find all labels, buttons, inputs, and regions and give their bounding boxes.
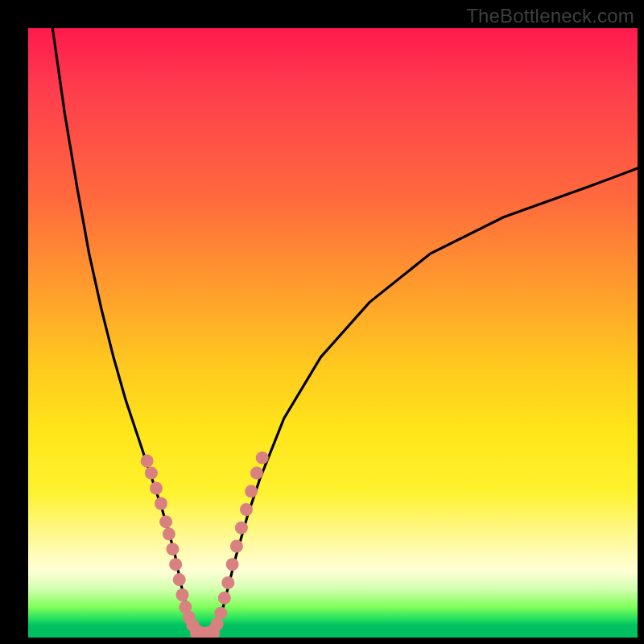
data-dot (218, 592, 231, 605)
data-dot (159, 515, 172, 528)
data-dot (163, 527, 175, 540)
data-dot (235, 522, 248, 535)
data-dot (230, 540, 243, 553)
curve-right-branch (211, 168, 638, 634)
data-dot (155, 497, 167, 510)
curve-left-branch (52, 28, 199, 634)
data-dot (150, 482, 163, 495)
plot-area (28, 28, 638, 638)
data-dot (211, 617, 224, 630)
data-dot (240, 503, 253, 516)
data-dot (141, 455, 154, 468)
data-dot (250, 467, 263, 480)
data-dot (166, 543, 179, 555)
curve-layer (28, 28, 638, 638)
chart-frame: TheBottleneck.com (0, 0, 644, 644)
data-dot (221, 576, 234, 589)
watermark-text: TheBottleneck.com (466, 5, 634, 27)
data-dot (169, 558, 182, 571)
data-dot (145, 467, 158, 480)
data-dot (214, 607, 227, 620)
data-dots (141, 452, 269, 638)
bottleneck-curves (52, 28, 638, 635)
data-dot (245, 485, 258, 497)
data-dot (226, 558, 239, 571)
data-dot (173, 573, 186, 586)
data-dot (256, 452, 269, 464)
data-dot (176, 588, 189, 601)
